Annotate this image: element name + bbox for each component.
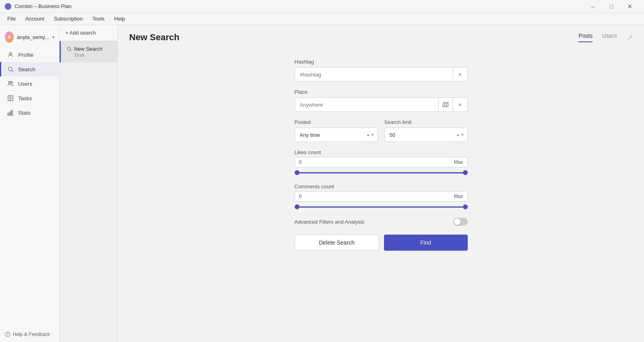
form-area: Hashtag + Place bbox=[118, 43, 644, 342]
maximize-button[interactable]: □ bbox=[602, 0, 621, 13]
help-feedback[interactable]: Help & Feedback bbox=[0, 327, 59, 342]
search-item-subtitle: Draft bbox=[66, 53, 112, 58]
action-row: Delete Search Find bbox=[295, 235, 468, 251]
comments-thumb-right[interactable] bbox=[463, 204, 468, 209]
people-icon bbox=[7, 80, 14, 87]
window-controls: – □ ✕ bbox=[584, 0, 639, 13]
posted-label: Posted bbox=[295, 119, 378, 125]
sidebar-item-stats[interactable]: Stats bbox=[0, 105, 59, 120]
search-list-panel: + Add search New Search Draft bbox=[60, 25, 118, 342]
svg-rect-10 bbox=[10, 112, 11, 115]
posted-select[interactable]: Any time Last 24 hours Last week Last mo… bbox=[295, 128, 378, 142]
comments-range-values: 0 Max bbox=[295, 191, 468, 202]
delete-search-button[interactable]: Delete Search bbox=[295, 235, 379, 251]
send-icon[interactable]: ↗ bbox=[627, 33, 633, 42]
menu-file[interactable]: File bbox=[3, 14, 20, 23]
svg-line-2 bbox=[12, 70, 13, 72]
tabs-area: Posts Users bbox=[578, 33, 617, 42]
likes-range-fill bbox=[295, 172, 468, 173]
page-title: New Search bbox=[129, 32, 180, 43]
sidebar-item-profile[interactable]: Profile bbox=[0, 47, 59, 62]
advanced-filters-label: Advanced Filters and Analysis bbox=[295, 219, 364, 225]
menu-tools[interactable]: Tools bbox=[88, 14, 108, 23]
chevron-down-icon: ▾ bbox=[52, 35, 54, 39]
close-button[interactable]: ✕ bbox=[621, 0, 639, 13]
user-row[interactable]: A anyta_semy... ▾ bbox=[0, 28, 59, 46]
tab-posts[interactable]: Posts bbox=[578, 33, 592, 42]
likes-count-group: Likes count 0 Max bbox=[295, 149, 468, 176]
hashtag-label: Hashtag bbox=[295, 59, 468, 65]
comments-slider-container[interactable] bbox=[295, 203, 468, 210]
place-input-row: + bbox=[295, 97, 468, 112]
search-label: Search bbox=[18, 66, 35, 72]
hashtag-input[interactable] bbox=[295, 67, 453, 82]
posted-select-wrapper: Any time Last 24 hours Last week Last mo… bbox=[295, 128, 378, 142]
help-label: Help & Feedback bbox=[13, 332, 50, 337]
search-item-title: New Search bbox=[66, 46, 112, 52]
add-search-label: + Add search bbox=[65, 30, 96, 36]
svg-rect-11 bbox=[12, 111, 13, 115]
place-add-button[interactable]: + bbox=[453, 97, 468, 112]
svg-point-1 bbox=[8, 67, 12, 71]
tab-users[interactable]: Users bbox=[602, 33, 617, 42]
advanced-filters-row: Advanced Filters and Analysis bbox=[295, 218, 468, 226]
likes-count-label: Likes count bbox=[295, 149, 468, 155]
username: anyta_semy... bbox=[17, 34, 49, 40]
person-icon bbox=[7, 51, 14, 58]
find-button[interactable]: Find bbox=[384, 235, 468, 251]
search-limit-label: Search limit bbox=[384, 119, 468, 125]
likes-range-values: 0 Max bbox=[295, 157, 468, 167]
main-content: New Search Posts Users ↗ Hashtag bbox=[118, 25, 644, 342]
app-icon: ◌ bbox=[5, 3, 11, 10]
app-body: A anyta_semy... ▾ Profile Search bbox=[0, 25, 644, 342]
hashtag-input-row: + bbox=[295, 67, 468, 82]
place-input[interactable] bbox=[295, 97, 439, 112]
svg-point-14 bbox=[67, 47, 70, 50]
comments-range-fill bbox=[295, 206, 468, 208]
sidebar-item-search[interactable]: Search bbox=[0, 62, 59, 76]
comments-min-value: 0 bbox=[299, 194, 302, 199]
tasks-icon bbox=[7, 95, 14, 102]
likes-slider-container[interactable] bbox=[295, 169, 468, 176]
search-item-name: New Search bbox=[74, 46, 103, 52]
likes-thumb-right[interactable] bbox=[463, 170, 468, 175]
advanced-filters-toggle[interactable] bbox=[453, 218, 468, 226]
search-limit-input[interactable] bbox=[384, 128, 468, 142]
search-limit-wrapper: ▲ ▼ bbox=[384, 128, 468, 142]
menu-help[interactable]: Help bbox=[110, 14, 129, 23]
search-limit-field-group: Search limit ▲ ▼ bbox=[384, 119, 468, 142]
add-search-button[interactable]: + Add search bbox=[60, 25, 118, 41]
comments-count-group: Comments count 0 Max bbox=[295, 183, 468, 210]
hashtag-add-button[interactable]: + bbox=[453, 67, 468, 82]
menu-account[interactable]: Account bbox=[21, 14, 48, 23]
map-icon[interactable] bbox=[439, 97, 453, 112]
posted-field-group: Posted Any time Last 24 hours Last week … bbox=[295, 119, 378, 142]
svg-point-0 bbox=[9, 53, 11, 55]
titlebar: ◌ Combin – Business Plan – □ ✕ bbox=[0, 0, 644, 13]
app-title: Combin – Business Plan bbox=[14, 3, 72, 9]
svg-rect-9 bbox=[8, 113, 9, 115]
profile-label: Profile bbox=[18, 52, 33, 58]
svg-point-4 bbox=[11, 82, 12, 83]
search-icon bbox=[7, 66, 14, 73]
tasks-label: Tasks bbox=[18, 95, 32, 101]
sidebar-item-tasks[interactable]: Tasks bbox=[0, 91, 59, 105]
svg-point-3 bbox=[8, 81, 10, 83]
comments-count-label: Comments count bbox=[295, 183, 468, 190]
likes-thumb-left[interactable] bbox=[295, 170, 299, 175]
place-field-group: Place + bbox=[295, 89, 468, 112]
comments-range-track bbox=[295, 206, 468, 208]
form-card: Hashtag + Place bbox=[295, 59, 468, 251]
likes-max-value: Max bbox=[454, 159, 463, 165]
minimize-button[interactable]: – bbox=[584, 0, 602, 13]
users-label: Users bbox=[18, 81, 32, 87]
comments-thumb-left[interactable] bbox=[295, 204, 299, 209]
hashtag-field-group: Hashtag + bbox=[295, 59, 468, 82]
menu-subscription[interactable]: Subscription bbox=[50, 14, 87, 23]
likes-range-track bbox=[295, 172, 468, 173]
sidebar-item-users[interactable]: Users bbox=[0, 76, 59, 91]
search-list-item[interactable]: New Search Draft bbox=[60, 41, 118, 62]
avatar: A bbox=[5, 31, 14, 43]
main-header: New Search Posts Users ↗ bbox=[118, 25, 644, 43]
svg-marker-16 bbox=[443, 102, 448, 107]
